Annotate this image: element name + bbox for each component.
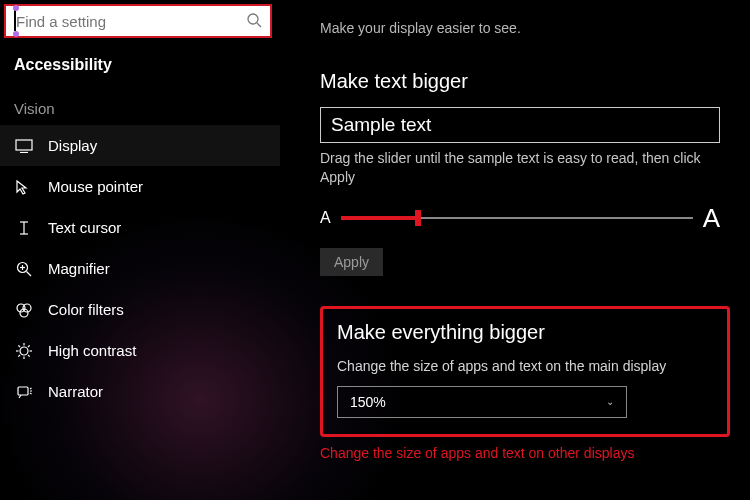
svg-point-0 bbox=[248, 14, 258, 24]
sidebar-item-color-filters[interactable]: Color filters bbox=[0, 289, 280, 330]
svg-line-22 bbox=[28, 345, 30, 347]
scale-dropdown[interactable]: 150% ⌄ bbox=[337, 386, 627, 418]
slider-rest bbox=[418, 217, 693, 219]
sidebar-item-label: Display bbox=[48, 137, 97, 154]
high-contrast-icon bbox=[14, 343, 34, 359]
search-icon bbox=[246, 12, 262, 28]
search-wrapper bbox=[4, 4, 272, 38]
sidebar-item-high-contrast[interactable]: High contrast bbox=[0, 330, 280, 371]
sidebar-item-magnifier[interactable]: Magnifier bbox=[0, 248, 280, 289]
svg-point-14 bbox=[20, 347, 28, 355]
sidebar-item-label: Mouse pointer bbox=[48, 178, 143, 195]
text-size-slider-row: A A bbox=[320, 203, 720, 234]
text-cursor-caret bbox=[14, 9, 16, 31]
sidebar-item-label: Narrator bbox=[48, 383, 103, 400]
settings-sidebar: Accessibility Vision Display Mouse point… bbox=[0, 0, 280, 500]
sidebar-item-label: High contrast bbox=[48, 342, 136, 359]
everything-bigger-desc: Change the size of apps and text on the … bbox=[337, 358, 713, 374]
other-displays-link[interactable]: Change the size of apps and text on othe… bbox=[320, 445, 730, 461]
svg-rect-2 bbox=[16, 140, 32, 150]
svg-line-19 bbox=[18, 345, 20, 347]
display-icon bbox=[14, 139, 34, 153]
selection-handle-bottom bbox=[13, 31, 19, 37]
color-filters-icon bbox=[14, 302, 34, 318]
sample-text-preview: Sample text bbox=[320, 107, 720, 143]
sidebar-item-text-cursor[interactable]: Text cursor bbox=[0, 207, 280, 248]
apply-button[interactable]: Apply bbox=[320, 248, 383, 276]
sidebar-item-label: Text cursor bbox=[48, 219, 121, 236]
svg-line-26 bbox=[30, 393, 32, 394]
nav-category-label: Vision bbox=[0, 100, 280, 125]
svg-line-20 bbox=[28, 355, 30, 357]
svg-line-8 bbox=[27, 271, 32, 276]
sidebar-item-label: Color filters bbox=[48, 301, 124, 318]
slider-thumb[interactable] bbox=[415, 210, 421, 226]
magnifier-icon bbox=[14, 261, 34, 277]
section-make-everything-bigger-title: Make everything bigger bbox=[337, 321, 713, 344]
svg-line-21 bbox=[18, 355, 20, 357]
selection-handle-top bbox=[13, 5, 19, 11]
sidebar-item-label: Magnifier bbox=[48, 260, 110, 277]
scale-dropdown-value: 150% bbox=[350, 394, 386, 410]
mouse-pointer-icon bbox=[14, 179, 34, 195]
svg-line-1 bbox=[257, 23, 261, 27]
search-input[interactable] bbox=[4, 4, 272, 38]
make-everything-bigger-section: Make everything bigger Change the size o… bbox=[320, 306, 730, 437]
text-size-slider[interactable] bbox=[341, 216, 693, 220]
svg-line-24 bbox=[30, 388, 32, 389]
section-make-text-bigger-title: Make text bigger bbox=[320, 70, 730, 93]
slider-hint: Drag the slider until the sample text is… bbox=[320, 149, 720, 187]
text-cursor-icon bbox=[14, 220, 34, 236]
chevron-down-icon: ⌄ bbox=[606, 396, 614, 407]
nav-title: Accessibility bbox=[0, 48, 280, 100]
intro-text: Make your display easier to see. bbox=[320, 20, 730, 36]
big-a-label: A bbox=[703, 203, 720, 234]
slider-fill bbox=[341, 216, 418, 220]
sidebar-item-mouse-pointer[interactable]: Mouse pointer bbox=[0, 166, 280, 207]
narrator-icon bbox=[14, 384, 34, 400]
svg-rect-23 bbox=[18, 387, 28, 395]
sidebar-item-display[interactable]: Display bbox=[0, 125, 280, 166]
main-content: Make your display easier to see. Make te… bbox=[280, 0, 750, 500]
small-a-label: A bbox=[320, 209, 331, 227]
sidebar-item-narrator[interactable]: Narrator bbox=[0, 371, 280, 412]
